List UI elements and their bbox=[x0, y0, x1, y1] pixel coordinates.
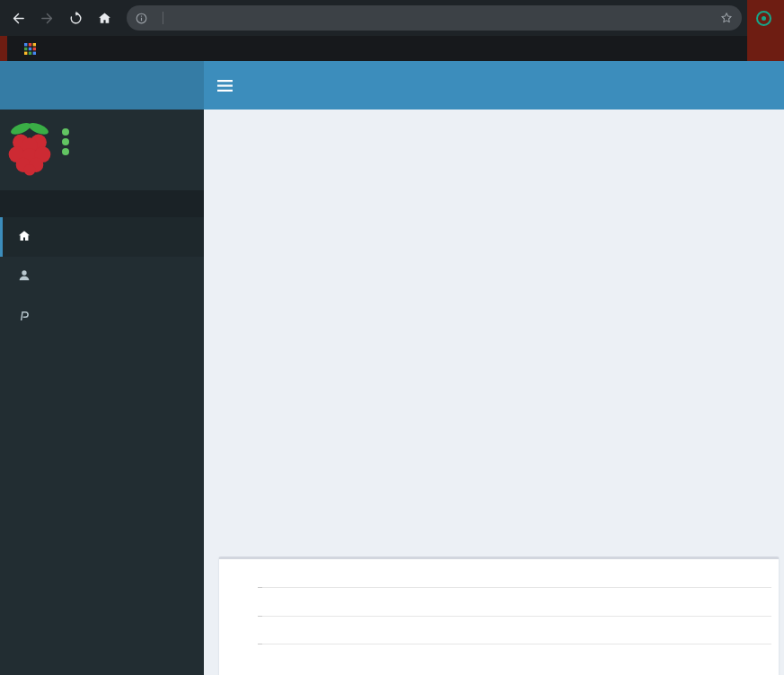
card-domains-blocklist[interactable] bbox=[218, 447, 780, 546]
queries-chart-panel bbox=[218, 557, 780, 675]
status-row-load bbox=[62, 138, 79, 145]
main-content bbox=[204, 110, 784, 675]
status-dot bbox=[62, 138, 69, 145]
status-dot bbox=[62, 128, 69, 136]
sidebar-item-login[interactable] bbox=[0, 257, 204, 296]
pihole-header bbox=[0, 61, 784, 110]
pihole-navbar bbox=[204, 61, 784, 110]
sidebar-item-donate[interactable] bbox=[0, 296, 204, 336]
sidebar-nav-heading bbox=[0, 190, 204, 217]
chart-area bbox=[223, 577, 771, 675]
reload-icon bbox=[68, 11, 84, 26]
bookmark-star-icon[interactable] bbox=[719, 11, 734, 25]
chart-title bbox=[219, 559, 779, 575]
status-dot bbox=[62, 148, 69, 155]
apps-grid-icon bbox=[24, 43, 36, 55]
back-button[interactable] bbox=[4, 4, 31, 31]
site-info-icon[interactable] bbox=[135, 12, 148, 25]
card-queries-total[interactable] bbox=[218, 228, 780, 327]
browser-toolbar bbox=[0, 0, 747, 36]
home-button[interactable] bbox=[91, 4, 118, 31]
card-queries-blocked[interactable] bbox=[218, 118, 780, 217]
address-divider bbox=[163, 12, 163, 24]
forward-icon bbox=[40, 11, 55, 26]
apps-shortcut[interactable] bbox=[16, 43, 44, 55]
queries-area-chart bbox=[262, 577, 388, 675]
pihole-raspberry-logo bbox=[5, 118, 54, 180]
browser-chrome bbox=[0, 0, 784, 61]
hamburger-icon bbox=[217, 80, 233, 92]
paypal-icon bbox=[17, 308, 40, 325]
card-percent-blocked[interactable] bbox=[218, 338, 780, 436]
bookmarks-bar bbox=[7, 36, 747, 61]
address-bar[interactable] bbox=[127, 5, 742, 31]
back-icon bbox=[11, 11, 26, 26]
status-row-memory bbox=[62, 148, 79, 155]
sidebar-toggle-button[interactable] bbox=[204, 61, 245, 110]
extension-icon[interactable] bbox=[756, 11, 771, 26]
home-icon bbox=[17, 229, 40, 246]
status-panel bbox=[0, 110, 204, 190]
sidebar bbox=[0, 110, 204, 675]
pihole-logo[interactable] bbox=[0, 61, 204, 110]
status-row-active bbox=[62, 128, 79, 136]
forward-button[interactable] bbox=[33, 4, 60, 31]
reload-button[interactable] bbox=[62, 4, 89, 31]
user-icon bbox=[17, 268, 40, 285]
screen bbox=[0, 0, 784, 675]
sidebar-item-dashboard[interactable] bbox=[0, 217, 204, 257]
home-icon bbox=[97, 11, 112, 26]
